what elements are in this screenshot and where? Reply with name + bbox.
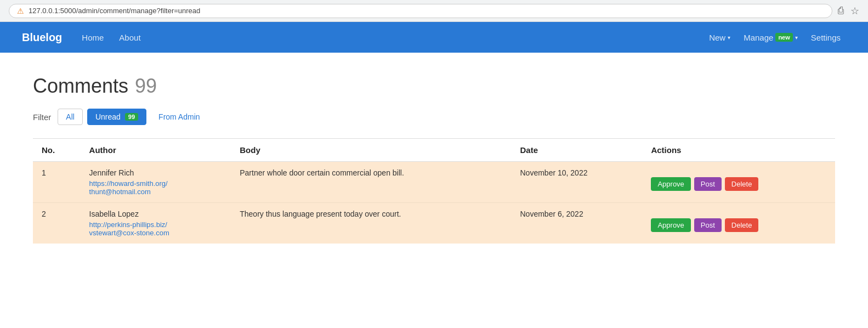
comments-table: No. Author Body Date Actions 1 Jennifer … (33, 139, 835, 244)
cell-actions: Approve Post Delete (642, 162, 835, 203)
chevron-down-icon-2: ▾ (795, 35, 798, 41)
url-text: 127.0.0.1:5000/admin/comment/manage?filt… (29, 7, 824, 15)
url-bar[interactable]: ⚠ 127.0.0.1:5000/admin/comment/manage?fi… (9, 4, 832, 18)
table-body: 1 Jennifer Rich https://howard-smith.org… (33, 162, 835, 244)
navbar-right: New ▾ Manage new ▾ Settings (704, 29, 846, 47)
star-icon[interactable]: ☆ (850, 5, 859, 17)
navbar-brand[interactable]: Bluelog (22, 31, 62, 44)
filter-from-admin[interactable]: From Admin (151, 109, 207, 125)
filter-all[interactable]: All (58, 109, 83, 125)
table-row: 2 Isabella Lopez http://perkins-phillips… (33, 203, 835, 244)
cell-author: Isabella Lopez http://perkins-phillips.b… (81, 203, 231, 244)
col-body: Body (231, 139, 511, 162)
manage-new-badge: new (775, 33, 792, 42)
nav-manage[interactable]: Manage new ▾ (738, 29, 803, 47)
approve-button[interactable]: Approve (651, 177, 690, 191)
cell-no: 1 (33, 162, 81, 203)
delete-button[interactable]: Delete (725, 177, 759, 191)
warning-icon: ⚠ (17, 7, 24, 15)
cell-actions: Approve Post Delete (642, 203, 835, 244)
table-row: 1 Jennifer Rich https://howard-smith.org… (33, 162, 835, 203)
navbar: Bluelog Home About New ▾ Manage new ▾ Se… (0, 22, 868, 53)
nav-link-home[interactable]: Home (75, 29, 110, 47)
col-author: Author (81, 139, 231, 162)
chevron-down-icon: ▾ (728, 35, 730, 41)
approve-button[interactable]: Approve (651, 218, 690, 232)
post-button[interactable]: Post (694, 218, 722, 232)
filter-unread-label: Unread (95, 112, 121, 121)
cell-body: Partner whole door certain commercial op… (231, 162, 511, 203)
page-title: Comments 99 (33, 75, 835, 98)
table-header-row: No. Author Body Date Actions (33, 139, 835, 162)
nav-new[interactable]: New ▾ (704, 29, 736, 47)
author-email[interactable]: vstewart@cox-stone.com (89, 229, 223, 237)
nav-link-about[interactable]: About (112, 29, 147, 47)
nav-settings-label: Settings (811, 33, 841, 42)
nav-manage-label: Manage (744, 33, 773, 42)
cell-date: November 10, 2022 (512, 162, 643, 203)
navbar-left: Home About (75, 29, 147, 47)
author-name: Isabella Lopez (89, 210, 223, 218)
delete-button[interactable]: Delete (725, 218, 759, 232)
nav-new-label: New (709, 33, 725, 42)
page-title-text: Comments (33, 75, 128, 98)
cell-date: November 6, 2022 (512, 203, 643, 244)
page-count: 99 (135, 75, 157, 98)
filter-unread[interactable]: Unread 99 (87, 109, 146, 125)
col-date: Date (512, 139, 643, 162)
cell-author: Jennifer Rich https://howard-smith.org/ … (81, 162, 231, 203)
table-header: No. Author Body Date Actions (33, 139, 835, 162)
cell-no: 2 (33, 203, 81, 244)
col-no: No. (33, 139, 81, 162)
author-link[interactable]: http://perkins-phillips.biz/ (89, 220, 223, 229)
col-actions: Actions (642, 139, 835, 162)
share-icon[interactable]: ⎙ (838, 5, 844, 16)
main-content: Comments 99 Filter All Unread 99 From Ad… (0, 53, 868, 265)
browser-actions: ⎙ ☆ (838, 5, 859, 17)
author-email[interactable]: thunt@hotmail.com (89, 188, 223, 196)
post-button[interactable]: Post (694, 177, 722, 191)
unread-badge: 99 (125, 113, 138, 121)
filter-bar: Filter All Unread 99 From Admin (33, 109, 835, 125)
cell-body: Theory thus language present today over … (231, 203, 511, 244)
filter-label: Filter (33, 112, 51, 122)
author-name: Jennifer Rich (89, 168, 223, 177)
browser-bar: ⚠ 127.0.0.1:5000/admin/comment/manage?fi… (0, 0, 868, 22)
nav-settings[interactable]: Settings (805, 29, 846, 47)
author-link[interactable]: https://howard-smith.org/ (89, 179, 223, 188)
